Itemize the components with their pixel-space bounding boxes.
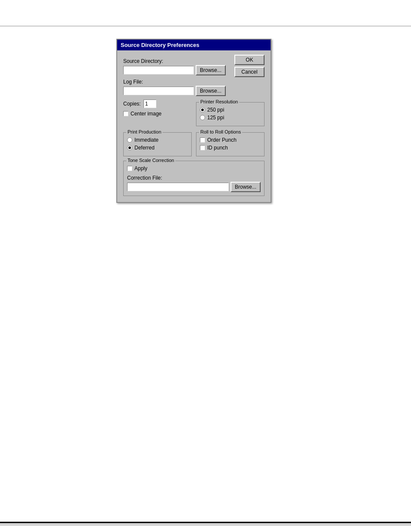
id-punch-checkbox[interactable] <box>200 145 205 150</box>
apply-label: Apply <box>134 165 147 171</box>
printer-resolution-label: Printer Resolution <box>199 99 239 104</box>
immediate-row: Immediate <box>127 137 188 143</box>
print-roll-section: Print Production Immediate Deferred Ro <box>123 130 265 156</box>
source-directory-input[interactable] <box>123 66 194 75</box>
bottom-rule-thick <box>0 522 411 523</box>
center-image-checkbox[interactable] <box>123 111 128 116</box>
log-file-label: Log File: <box>123 79 226 85</box>
deferred-radio[interactable] <box>127 145 132 150</box>
correction-file-browse[interactable]: Browse... <box>230 182 261 192</box>
order-punch-checkbox[interactable] <box>200 137 205 143</box>
copies-row: Copies: <box>123 100 192 108</box>
center-image-row: Center image <box>123 111 192 117</box>
immediate-label: Immediate <box>134 137 159 143</box>
id-punch-label: ID punch <box>207 145 228 151</box>
apply-row: Apply <box>127 165 261 171</box>
resolution-125-radio[interactable] <box>200 115 205 120</box>
dialog-body: OK Cancel Source Directory: Browse... Lo… <box>117 50 271 202</box>
id-punch-row: ID punch <box>200 145 261 151</box>
tone-scale-label: Tone Scale Correction <box>126 158 175 163</box>
deferred-row: Deferred <box>127 145 188 151</box>
print-production-group: Print Production Immediate Deferred <box>123 132 192 156</box>
dialog-title: Source Directory Preferences <box>121 42 199 48</box>
dialog-titlebar: Source Directory Preferences <box>117 40 271 50</box>
resolution-250-label: 250 ppi <box>207 107 224 113</box>
immediate-radio[interactable] <box>127 137 132 143</box>
source-directory-browse[interactable]: Browse... <box>196 65 226 75</box>
resolution-250-radio[interactable] <box>200 107 205 112</box>
apply-checkbox[interactable] <box>127 166 132 171</box>
log-file-input[interactable] <box>123 87 194 95</box>
copies-resolution-section: Copies: Center image Printer Resolution … <box>123 100 265 126</box>
correction-file-label: Correction File: <box>127 175 261 181</box>
resolution-125-row: 125 ppi <box>200 115 261 121</box>
printer-resolution-group: Printer Resolution 250 ppi 125 ppi <box>196 102 265 126</box>
tone-scale-section: Tone Scale Correction Apply Correction F… <box>123 161 265 196</box>
ok-button[interactable]: OK <box>234 55 265 65</box>
bottom-rule-thin <box>0 525 411 525</box>
tone-scale-group: Tone Scale Correction Apply Correction F… <box>123 161 265 196</box>
dialog-wrapper: Source Directory Preferences OK Cancel S… <box>116 39 271 203</box>
correction-file-input[interactable] <box>127 183 229 191</box>
copies-label: Copies: <box>123 101 141 107</box>
roll-to-roll-group: Roll to Roll Options Order Punch ID punc… <box>196 132 265 156</box>
correction-file-row: Browse... <box>127 182 261 192</box>
source-directory-row: Browse... <box>123 65 226 75</box>
deferred-label: Deferred <box>134 145 155 151</box>
roll-to-roll-label: Roll to Roll Options <box>199 129 242 134</box>
log-file-browse[interactable]: Browse... <box>196 86 226 96</box>
resolution-250-row: 250 ppi <box>200 107 261 113</box>
order-punch-row: Order Punch <box>200 137 261 143</box>
top-rule <box>0 26 411 26</box>
center-image-label: Center image <box>131 111 162 117</box>
left-col: Copies: Center image <box>123 100 192 126</box>
cancel-button[interactable]: Cancel <box>234 67 265 77</box>
dialog: Source Directory Preferences OK Cancel S… <box>116 39 271 203</box>
copies-input[interactable] <box>143 100 156 108</box>
roll-to-roll-col: Roll to Roll Options Order Punch ID punc… <box>196 130 265 156</box>
log-file-row: Browse... <box>123 86 226 96</box>
resolution-125-label: 125 ppi <box>207 115 224 121</box>
button-group: OK Cancel <box>234 55 265 77</box>
source-directory-label: Source Directory: <box>123 58 226 64</box>
print-production-label: Print Production <box>126 129 162 134</box>
order-punch-label: Order Punch <box>207 137 237 143</box>
right-col: Printer Resolution 250 ppi 125 ppi <box>196 100 265 126</box>
print-production-col: Print Production Immediate Deferred <box>123 130 192 156</box>
